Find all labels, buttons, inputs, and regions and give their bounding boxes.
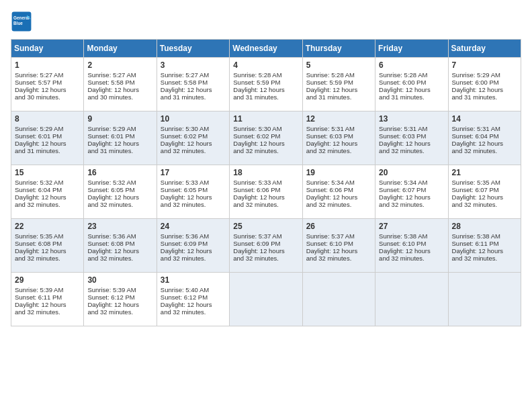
weekday-header: Monday: [84, 40, 157, 58]
day-number: 27: [379, 222, 444, 231]
calendar-cell: [375, 273, 448, 326]
day-info-line: Sunset: 6:03 PM: [306, 132, 371, 140]
day-info-line: Sunset: 6:07 PM: [379, 186, 444, 193]
day-info-line: and 32 minutes.: [87, 201, 152, 208]
day-info-line: Sunset: 6:05 PM: [87, 186, 152, 193]
day-info-line: and 32 minutes.: [379, 255, 444, 262]
day-info-line: Sunrise: 5:35 AM: [452, 179, 517, 186]
day-info-line: Sunrise: 5:28 AM: [379, 71, 444, 79]
day-info-line: Sunrise: 5:31 AM: [306, 125, 371, 132]
day-info-line: Daylight: 12 hours: [15, 86, 80, 93]
day-info-line: Sunrise: 5:32 AM: [87, 179, 152, 186]
day-number: 12: [306, 114, 371, 124]
day-info-line: Sunrise: 5:39 AM: [87, 286, 152, 293]
day-info-line: Sunrise: 5:32 AM: [15, 179, 80, 186]
day-number: 21: [452, 168, 517, 177]
day-info-line: Daylight: 12 hours: [161, 193, 226, 201]
weekday-header: Tuesday: [157, 40, 229, 58]
calendar-cell: 31Sunrise: 5:40 AMSunset: 6:12 PMDayligh…: [157, 273, 229, 326]
calendar-cell: 11Sunrise: 5:30 AMSunset: 6:02 PMDayligh…: [230, 111, 302, 165]
weekday-header: Friday: [375, 40, 448, 58]
day-number: 14: [452, 114, 517, 124]
day-number: 29: [15, 275, 80, 285]
day-info-line: and 31 minutes.: [452, 93, 517, 101]
day-info-line: Sunrise: 5:31 AM: [379, 125, 444, 132]
calendar-cell: 24Sunrise: 5:36 AMSunset: 6:09 PMDayligh…: [157, 219, 229, 273]
day-number: 22: [15, 222, 80, 231]
day-info-line: and 32 minutes.: [452, 147, 517, 154]
day-number: 5: [306, 60, 371, 70]
day-info-line: and 32 minutes.: [161, 201, 226, 208]
day-info-line: and 32 minutes.: [87, 255, 152, 262]
calendar-cell: 5Sunrise: 5:28 AMSunset: 5:59 PMDaylight…: [302, 58, 375, 111]
day-info-line: Daylight: 12 hours: [161, 86, 226, 93]
day-info-line: Daylight: 12 hours: [15, 247, 80, 255]
day-info-line: Sunrise: 5:33 AM: [233, 179, 298, 186]
calendar-cell: 7Sunrise: 5:29 AMSunset: 6:00 PMDaylight…: [448, 58, 521, 111]
day-info-line: Daylight: 12 hours: [452, 140, 517, 147]
day-number: 17: [161, 168, 226, 177]
day-info-line: and 31 minutes.: [161, 93, 226, 101]
day-info-line: Daylight: 12 hours: [452, 247, 517, 255]
day-info-line: Daylight: 12 hours: [87, 301, 152, 308]
day-info-line: Sunrise: 5:37 AM: [306, 232, 371, 240]
day-info-line: and 31 minutes.: [379, 93, 444, 101]
day-info-line: Daylight: 12 hours: [161, 247, 226, 255]
calendar-cell: [230, 273, 302, 326]
day-info-line: Sunset: 6:00 PM: [379, 79, 444, 86]
day-info-line: Daylight: 12 hours: [379, 193, 444, 201]
day-info-line: Daylight: 12 hours: [15, 193, 80, 201]
day-number: 26: [306, 222, 371, 231]
calendar-cell: 10Sunrise: 5:30 AMSunset: 6:02 PMDayligh…: [157, 111, 229, 165]
calendar-cell: 20Sunrise: 5:34 AMSunset: 6:07 PMDayligh…: [375, 165, 448, 219]
calendar-row: 29Sunrise: 5:39 AMSunset: 6:11 PMDayligh…: [11, 273, 521, 326]
calendar-row: 15Sunrise: 5:32 AMSunset: 6:04 PMDayligh…: [11, 165, 521, 219]
day-number: 13: [379, 114, 444, 124]
day-info-line: and 32 minutes.: [233, 255, 298, 262]
day-info-line: Sunset: 5:59 PM: [233, 79, 298, 86]
day-info-line: Daylight: 12 hours: [87, 193, 152, 201]
day-info-line: Daylight: 12 hours: [87, 247, 152, 255]
calendar-cell: 12Sunrise: 5:31 AMSunset: 6:03 PMDayligh…: [302, 111, 375, 165]
calendar-table: SundayMondayTuesdayWednesdayThursdayFrid…: [11, 39, 521, 326]
day-number: 16: [87, 168, 152, 177]
day-info-line: and 32 minutes.: [452, 255, 517, 262]
day-info-line: Sunrise: 5:28 AM: [233, 71, 298, 79]
calendar-cell: 14Sunrise: 5:31 AMSunset: 6:04 PMDayligh…: [448, 111, 521, 165]
calendar-cell: 2Sunrise: 5:27 AMSunset: 5:58 PMDaylight…: [84, 58, 157, 111]
day-info-line: Sunset: 6:11 PM: [15, 293, 80, 301]
day-info-line: Sunrise: 5:40 AM: [161, 286, 226, 293]
weekday-header: Wednesday: [230, 40, 302, 58]
day-info-line: Sunrise: 5:30 AM: [233, 125, 298, 132]
calendar-cell: 13Sunrise: 5:31 AMSunset: 6:03 PMDayligh…: [375, 111, 448, 165]
day-info-line: Sunset: 6:02 PM: [233, 132, 298, 140]
day-info-line: Sunrise: 5:39 AM: [15, 286, 80, 293]
day-number: 11: [233, 114, 298, 124]
day-info-line: Daylight: 12 hours: [161, 140, 226, 147]
day-number: 20: [379, 168, 444, 177]
day-info-line: Sunrise: 5:34 AM: [379, 179, 444, 186]
day-number: 28: [452, 222, 517, 231]
day-number: 7: [452, 60, 517, 70]
day-info-line: and 30 minutes.: [15, 93, 80, 101]
calendar-cell: 1Sunrise: 5:27 AMSunset: 5:57 PMDaylight…: [11, 58, 84, 111]
day-info-line: Sunrise: 5:29 AM: [87, 125, 152, 132]
day-info-line: Sunset: 6:00 PM: [452, 79, 517, 86]
day-info-line: and 32 minutes.: [452, 201, 517, 208]
weekday-header: Saturday: [448, 40, 521, 58]
calendar-cell: 25Sunrise: 5:37 AMSunset: 6:09 PMDayligh…: [230, 219, 302, 273]
day-info-line: Sunrise: 5:30 AM: [161, 125, 226, 132]
day-info-line: Sunrise: 5:33 AM: [161, 179, 226, 186]
calendar-row: 8Sunrise: 5:29 AMSunset: 6:01 PMDaylight…: [11, 111, 521, 165]
weekday-header: Sunday: [11, 40, 84, 58]
day-info-line: and 32 minutes.: [379, 201, 444, 208]
day-info-line: Sunrise: 5:28 AM: [306, 71, 371, 79]
calendar-cell: 18Sunrise: 5:33 AMSunset: 6:06 PMDayligh…: [230, 165, 302, 219]
day-info-line: Sunrise: 5:38 AM: [452, 232, 517, 240]
day-info-line: Daylight: 12 hours: [87, 86, 152, 93]
calendar-cell: [448, 273, 521, 326]
day-info-line: Sunrise: 5:36 AM: [87, 232, 152, 240]
calendar-cell: 15Sunrise: 5:32 AMSunset: 6:04 PMDayligh…: [11, 165, 84, 219]
day-info-line: and 32 minutes.: [161, 147, 226, 154]
day-info-line: and 32 minutes.: [306, 147, 371, 154]
